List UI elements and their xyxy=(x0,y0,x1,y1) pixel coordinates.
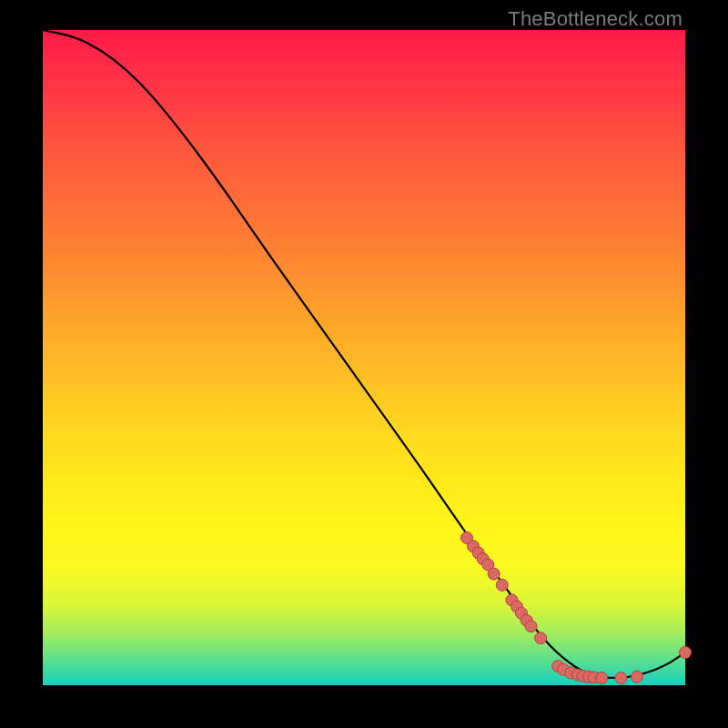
data-point xyxy=(615,672,627,684)
data-point xyxy=(535,632,547,644)
watermark-text: TheBottleneck.com xyxy=(508,7,682,31)
data-point xyxy=(680,647,692,659)
chart-container: TheBottleneck.com xyxy=(0,0,728,728)
chart-svg xyxy=(43,30,685,685)
data-point xyxy=(632,671,643,682)
data-points-group xyxy=(460,532,691,684)
curve-line xyxy=(43,30,685,678)
data-point xyxy=(496,579,508,591)
data-point xyxy=(525,621,537,632)
data-point xyxy=(596,672,608,684)
plot-area xyxy=(43,30,685,685)
data-point xyxy=(488,568,500,580)
